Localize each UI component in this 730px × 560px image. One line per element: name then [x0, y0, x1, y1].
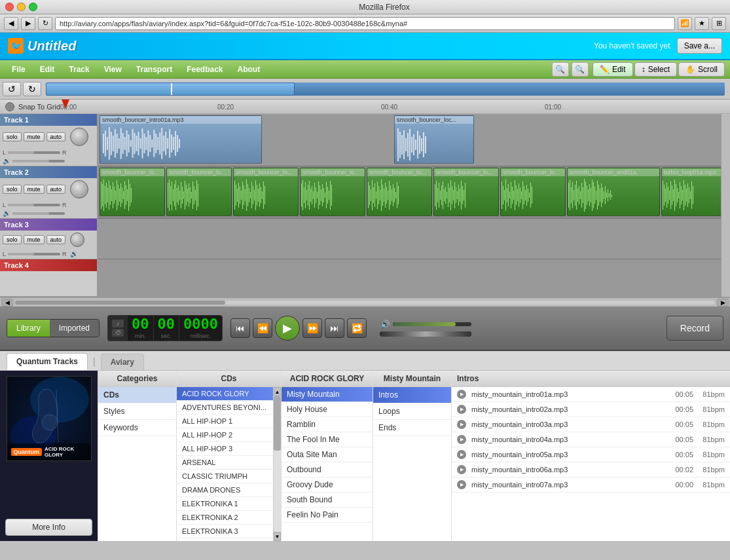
- play-btn-0[interactable]: [457, 390, 466, 399]
- url-bar[interactable]: [55, 17, 675, 30]
- track-3-mute[interactable]: mute: [24, 235, 45, 244]
- zoom-out-btn[interactable]: 🔍: [552, 62, 569, 77]
- play-btn-6[interactable]: [457, 480, 466, 489]
- track-1-auto[interactable]: auto: [46, 132, 66, 141]
- bookmark-icon[interactable]: ★: [695, 17, 709, 30]
- hscroll-track[interactable]: [14, 300, 716, 305]
- record-btn[interactable]: Record: [666, 316, 723, 341]
- volume-slider[interactable]: [393, 322, 471, 326]
- track-3-solo[interactable]: solo: [3, 235, 22, 244]
- reload-btn[interactable]: ↻: [38, 17, 52, 30]
- track-list-row-6[interactable]: misty_mountain_intro07a.mp3 00:00 81bpm: [452, 477, 730, 493]
- album-item-0[interactable]: Misty Mountain: [282, 387, 373, 402]
- edit-mode-btn[interactable]: ✏️ Edit: [593, 62, 633, 77]
- play-btn-1[interactable]: [457, 405, 466, 414]
- album-item-3[interactable]: The Fool In Me: [282, 432, 373, 447]
- track-list-row-5[interactable]: misty_mountain_intro06a.mp3 00:02 81bpm: [452, 462, 730, 477]
- play-btn-5[interactable]: [457, 465, 466, 474]
- track-2-vol-slider[interactable]: [12, 212, 65, 215]
- back-btn[interactable]: ◀: [4, 17, 18, 30]
- skip-end-btn[interactable]: ⏭: [325, 318, 344, 338]
- album-item-2[interactable]: Ramblin: [282, 417, 373, 432]
- track-2-clip-8[interactable]: smooth_bouncer_end01a: [567, 168, 660, 216]
- play-btn-4[interactable]: [457, 450, 466, 459]
- hscroll-thumb[interactable]: [15, 301, 225, 305]
- track-2-clip-1[interactable]: smooth_bouncer_lo...: [100, 168, 165, 216]
- cd-item-6[interactable]: CLASSIC TRIUMPH: [177, 470, 273, 483]
- timeline-handle[interactable]: [46, 83, 295, 96]
- album-item-5[interactable]: Outbound: [282, 462, 373, 477]
- track-3-lr-slider[interactable]: [8, 253, 60, 255]
- timeline-scroll[interactable]: [46, 83, 725, 96]
- album-item-7[interactable]: South Bound: [282, 493, 373, 508]
- imported-btn[interactable]: Imported: [50, 320, 99, 337]
- album-item-6[interactable]: Groovy Dude: [282, 477, 373, 493]
- track-list-row-4[interactable]: misty_mountain_intro05a.mp3 00:05 81bpm: [452, 447, 730, 462]
- close-btn[interactable]: [5, 3, 14, 11]
- maximize-btn[interactable]: [29, 3, 37, 11]
- track-3-row[interactable]: [98, 219, 730, 259]
- album-item-8[interactable]: Feelin No Pain: [282, 508, 373, 523]
- scroll-mode-btn[interactable]: ✋ Scroll: [678, 62, 725, 77]
- tab-quantum-tracks[interactable]: Quantum Tracks: [7, 353, 88, 370]
- cd-item-10[interactable]: ELEKTRONIKA 3: [177, 525, 273, 538]
- more-info-btn[interactable]: More Info: [5, 519, 92, 536]
- menu-feedback[interactable]: Feedback: [180, 63, 229, 76]
- menu-file[interactable]: File: [5, 63, 32, 76]
- category-keywords[interactable]: Keywords: [98, 420, 176, 436]
- album-item-4[interactable]: Outa Site Man: [282, 447, 373, 462]
- track-3-pan-knob[interactable]: [70, 233, 84, 247]
- cd-item-7[interactable]: DRAMA DRONES: [177, 483, 273, 497]
- menu-icon[interactable]: ⊞: [712, 17, 726, 30]
- hscroll-left-btn[interactable]: ◀: [1, 299, 13, 307]
- track-1-clip-1[interactable]: smooth_bouncer_intro01a.mp3: [100, 115, 262, 164]
- track-list-row-2[interactable]: misty_mountain_intro03a.mp3 00:05 81bpm: [452, 417, 730, 432]
- track-1-pan-knob[interactable]: [70, 128, 88, 146]
- cat-sub-intros[interactable]: Intros: [373, 387, 451, 403]
- hscroll-right-btn[interactable]: ▶: [717, 299, 729, 307]
- skip-start-btn[interactable]: ⏮: [230, 318, 250, 338]
- menu-transport[interactable]: Transport: [130, 63, 179, 76]
- track-1-lr-slider[interactable]: [8, 151, 60, 154]
- track-1-row[interactable]: smooth_bouncer_intro01a.mp3: [98, 114, 730, 166]
- cds-scroll-down[interactable]: ▼: [274, 532, 281, 541]
- cat-sub-ends[interactable]: Ends: [373, 420, 451, 436]
- track-1-mute[interactable]: mute: [24, 132, 45, 141]
- track-1-clip-2[interactable]: smooth_bouncer_loc...: [394, 115, 474, 164]
- track-4-row[interactable]: [98, 259, 730, 297]
- menu-about[interactable]: About: [231, 63, 267, 76]
- cds-scroll-up[interactable]: ▲: [274, 387, 281, 396]
- cd-item-5[interactable]: ARSENAL: [177, 456, 273, 470]
- track-2-clip-9[interactable]: turbio_loop01a.mp3: [661, 168, 730, 216]
- track-2-clip-6[interactable]: smooth_bouncer_lo...: [433, 168, 499, 216]
- undo-btn[interactable]: ↺: [3, 82, 21, 96]
- track-list-row-3[interactable]: misty_mountain_intro04a.mp3 00:05 81bpm: [452, 432, 730, 447]
- forward-btn[interactable]: ▶: [21, 17, 35, 30]
- select-mode-btn[interactable]: ↕ Select: [634, 62, 677, 77]
- menu-edit[interactable]: Edit: [33, 63, 62, 76]
- tracks-hscrollbar[interactable]: ◀ ▶: [0, 297, 730, 307]
- cd-item-4[interactable]: ALL HIP-HOP 3: [177, 442, 273, 456]
- cd-item-0[interactable]: ACID ROCK GLORY: [177, 387, 273, 401]
- rss-icon[interactable]: 📶: [678, 17, 692, 30]
- loop-btn[interactable]: 🔁: [347, 318, 367, 338]
- fast-forward-btn[interactable]: ⏩: [302, 318, 322, 338]
- snap-checkbox[interactable]: [5, 102, 14, 111]
- track-3-auto[interactable]: auto: [46, 235, 66, 244]
- track-2-clip-7[interactable]: smooth_bouncer_lo...: [500, 168, 566, 216]
- zoom-in-btn[interactable]: 🔍: [572, 62, 589, 77]
- track-2-clip-3[interactable]: smooth_bouncer_lo...: [233, 168, 299, 216]
- redo-btn[interactable]: ↻: [23, 82, 41, 96]
- cd-item-9[interactable]: ELEKTRONIKA 2: [177, 511, 273, 525]
- cd-item-8[interactable]: ELEKTRONIKA 1: [177, 497, 273, 511]
- library-btn[interactable]: Library: [7, 320, 50, 337]
- cds-scrollbar[interactable]: ▲ ▼: [273, 387, 281, 541]
- cat-sub-loops[interactable]: Loops: [373, 403, 451, 420]
- track-2-solo[interactable]: solo: [3, 185, 22, 194]
- album-item-1[interactable]: Holy House: [282, 402, 373, 417]
- track-1-vol-slider[interactable]: [12, 160, 65, 162]
- menu-view[interactable]: View: [98, 63, 128, 76]
- track-2-clip-5[interactable]: smooth_bouncer_lo...: [367, 168, 432, 216]
- cd-item-1[interactable]: ADVENTURES BEYONI...: [177, 401, 273, 415]
- track-1-solo[interactable]: solo: [3, 132, 22, 141]
